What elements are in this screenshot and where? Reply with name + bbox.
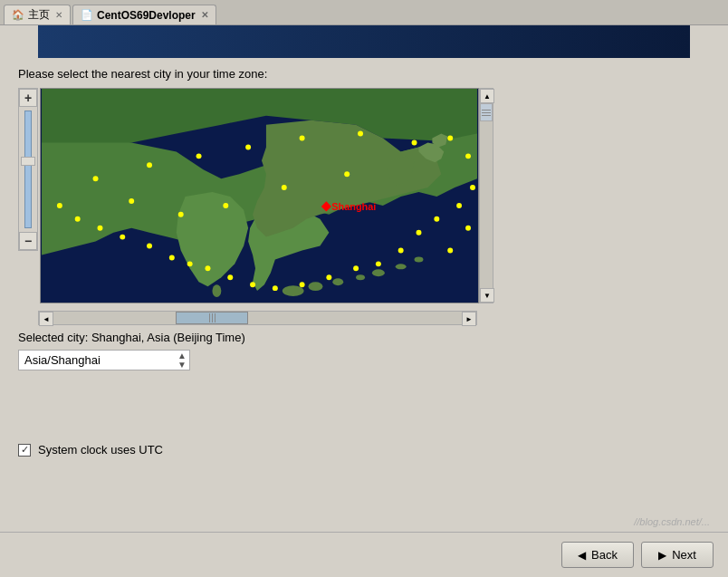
map-wrapper: + −	[18, 88, 710, 303]
svg-point-21	[417, 230, 422, 236]
svg-point-24	[353, 265, 359, 271]
zoom-in-button[interactable]: +	[19, 89, 37, 107]
map-container[interactable]: Shanghai	[40, 88, 479, 303]
scroll-up-button[interactable]: ▲	[480, 89, 494, 103]
svg-point-32	[169, 255, 175, 260]
selected-city-label: Selected city: Shanghai, Asia (Beijing T…	[18, 331, 710, 344]
svg-point-40	[223, 203, 228, 208]
instruction-text: Please select the nearest city in your t…	[18, 67, 710, 81]
svg-point-25	[326, 274, 331, 280]
next-arrow-icon: ▶	[658, 549, 666, 562]
next-label: Next	[672, 548, 696, 562]
svg-point-17	[465, 153, 471, 159]
svg-point-30	[206, 265, 211, 271]
svg-point-27	[273, 285, 278, 291]
svg-point-12	[245, 144, 251, 149]
scroll-right-button[interactable]: ►	[462, 312, 476, 326]
centos-icon: 📄	[81, 9, 93, 21]
svg-point-34	[120, 235, 125, 240]
utc-section: ✓ System clock uses UTC	[18, 443, 710, 457]
back-arrow-icon: ◀	[578, 549, 586, 562]
svg-point-19	[456, 203, 462, 208]
svg-point-3	[332, 278, 343, 285]
svg-point-28	[250, 282, 255, 287]
svg-point-33	[147, 244, 152, 249]
zoom-controls: + −	[18, 88, 38, 251]
tab-home-label: 主页	[28, 7, 50, 23]
utc-label: System clock uses UTC	[38, 443, 163, 457]
svg-point-41	[178, 212, 184, 217]
utc-checkbox[interactable]: ✓	[18, 444, 31, 457]
svg-point-29	[227, 274, 233, 280]
tab-centos[interactable]: 📄 CentOS69Devloper ✕	[72, 5, 216, 24]
map-hscrollbar-wrapper: ◄ ►	[38, 311, 493, 325]
svg-point-37	[57, 203, 62, 208]
scroll-htrack[interactable]	[53, 312, 462, 324]
scroll-vtrack[interactable]	[480, 103, 493, 288]
svg-point-20	[434, 216, 439, 222]
svg-point-18	[470, 185, 475, 190]
zoom-out-button[interactable]: −	[19, 232, 37, 250]
tab-centos-close[interactable]: ✕	[201, 10, 208, 20]
scroll-hthumb[interactable]	[176, 312, 248, 324]
svg-point-35	[98, 226, 103, 231]
zoom-slider-thumb[interactable]	[21, 157, 35, 166]
svg-point-10	[147, 162, 152, 168]
home-icon: 🏠	[12, 9, 24, 21]
svg-text:Shanghai: Shanghai	[331, 201, 376, 212]
svg-point-44	[465, 226, 471, 231]
svg-point-42	[129, 198, 134, 204]
svg-point-36	[75, 216, 81, 222]
svg-point-22	[398, 248, 404, 254]
map-hscrollbar[interactable]: ◄ ►	[38, 311, 477, 325]
timezone-select-wrapper[interactable]: Asia/Shanghai Asia/Beijing Asia/Tokyo As…	[18, 350, 190, 370]
svg-point-26	[300, 282, 305, 287]
svg-point-7	[415, 256, 424, 262]
check-mark: ✓	[21, 444, 29, 456]
tab-centos-label: CentOS69Devloper	[97, 9, 196, 22]
svg-point-8	[212, 284, 221, 297]
svg-point-16	[447, 136, 453, 141]
svg-point-39	[282, 185, 287, 190]
scroll-left-button[interactable]: ◄	[39, 312, 53, 326]
svg-point-2	[309, 282, 323, 291]
back-label: Back	[591, 548, 618, 562]
svg-point-38	[344, 171, 350, 177]
svg-point-15	[412, 140, 417, 146]
svg-point-43	[447, 248, 453, 254]
svg-point-5	[372, 269, 385, 276]
scroll-vthumb[interactable]	[480, 103, 493, 121]
main-content: Please select the nearest city in your t…	[0, 58, 728, 466]
tab-home-close[interactable]: ✕	[55, 10, 62, 20]
svg-point-6	[396, 264, 407, 269]
bottom-bar: ◀ Back ▶ Next	[0, 532, 728, 577]
svg-point-11	[196, 153, 202, 159]
tab-home[interactable]: 🏠 主页 ✕	[4, 5, 71, 24]
back-button[interactable]: ◀ Back	[561, 542, 634, 568]
svg-point-14	[358, 131, 363, 137]
map-vscrollbar[interactable]: ▲ ▼	[479, 88, 493, 303]
svg-point-4	[356, 274, 365, 280]
svg-point-23	[376, 261, 381, 266]
svg-point-1	[283, 285, 304, 296]
header-bar	[38, 25, 690, 58]
svg-point-31	[187, 261, 193, 266]
scroll-down-button[interactable]: ▼	[480, 288, 494, 303]
svg-point-13	[300, 136, 305, 141]
zoom-slider[interactable]	[24, 111, 32, 228]
next-button[interactable]: ▶ Next	[641, 542, 714, 568]
tab-bar: 🏠 主页 ✕ 📄 CentOS69Devloper ✕	[0, 0, 728, 25]
watermark: //blog.csdn.net/...	[634, 516, 710, 527]
svg-point-9	[93, 176, 99, 181]
timezone-select[interactable]: Asia/Shanghai Asia/Beijing Asia/Tokyo As…	[18, 350, 190, 370]
